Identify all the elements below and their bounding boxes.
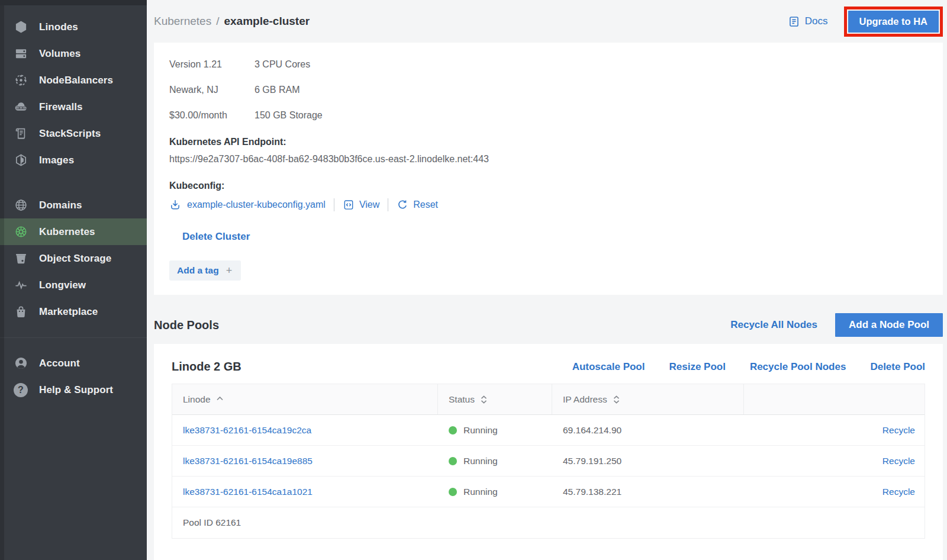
- sidebar-item-nodebalancers[interactable]: NodeBalancers: [0, 67, 147, 94]
- sidebar-item-domains[interactable]: Domains: [0, 192, 147, 218]
- pool-actions: Autoscale Pool Resize Pool Recycle Pool …: [572, 361, 925, 373]
- sidebar-divider: [0, 337, 147, 338]
- reset-label: Reset: [413, 199, 438, 210]
- node-link[interactable]: lke38731-62161-6154ca19e885: [172, 456, 438, 466]
- spec-price: $30.00/month: [169, 108, 255, 122]
- add-node-pool-button[interactable]: Add a Node Pool: [835, 313, 943, 337]
- reset-kubeconfig-action[interactable]: Reset: [397, 199, 438, 211]
- sidebar-item-label: Domains: [39, 199, 82, 211]
- view-kubeconfig-action[interactable]: View: [343, 199, 379, 211]
- recycle-node-link[interactable]: Recycle: [744, 456, 925, 466]
- column-header-ip-address[interactable]: IP Address: [552, 384, 744, 414]
- node-ip: 45.79.191.250: [552, 456, 744, 466]
- spec-storage: 150 GB Storage: [255, 108, 927, 122]
- sidebar-item-volumes[interactable]: Volumes: [0, 40, 147, 67]
- add-tag-button[interactable]: Add a tag +: [169, 260, 241, 281]
- volumes-icon: [14, 47, 28, 61]
- add-tag-label: Add a tag: [177, 265, 219, 276]
- sidebar-item-linodes[interactable]: Linodes: [0, 14, 147, 40]
- resize-pool-link[interactable]: Resize Pool: [669, 361, 725, 373]
- sidebar-item-label: Linodes: [39, 21, 78, 33]
- upgrade-to-ha-button[interactable]: Upgrade to HA: [848, 11, 939, 33]
- sort-asc-icon: [216, 395, 224, 404]
- delete-cluster-button[interactable]: Delete Cluster: [182, 231, 250, 243]
- sidebar-section-gap: [0, 173, 147, 192]
- sidebar-item-label: Marketplace: [39, 306, 98, 318]
- download-icon[interactable]: [169, 199, 181, 211]
- docs-label: Docs: [805, 15, 828, 27]
- cluster-specs: Version 1.21 3 CPU Cores Newark, NJ 6 GB…: [169, 57, 927, 122]
- node-link[interactable]: lke38731-62161-6154ca19c2ca: [172, 425, 438, 436]
- sidebar-item-label: Kubernetes: [39, 226, 95, 238]
- divider-pipe: [388, 198, 388, 211]
- pool-name: Linode 2 GB: [172, 360, 241, 374]
- linodes-icon: [14, 20, 28, 34]
- header-actions: Docs Upgrade to HA: [788, 7, 943, 37]
- sidebar-item-kubernetes[interactable]: Kubernetes: [0, 218, 147, 245]
- recycle-pool-nodes-link[interactable]: Recycle Pool Nodes: [750, 361, 846, 373]
- images-icon: [14, 153, 28, 168]
- recycle-node-link[interactable]: Recycle: [744, 425, 925, 436]
- node-ip: 69.164.214.90: [552, 425, 744, 436]
- nodes-table-header: Linode Status IP Address: [172, 384, 925, 415]
- marketplace-icon: [14, 305, 28, 319]
- column-header-linode[interactable]: Linode: [172, 384, 438, 414]
- sidebar-item-label: StackScripts: [39, 128, 101, 140]
- sidebar: Linodes Volumes NodeBalancers Firewalls: [0, 0, 147, 560]
- annotation-highlight-box: Upgrade to HA: [844, 7, 943, 37]
- autoscale-pool-link[interactable]: Autoscale Pool: [572, 361, 645, 373]
- sidebar-item-marketplace[interactable]: Marketplace: [0, 298, 147, 325]
- sidebar-item-account[interactable]: Account: [0, 350, 147, 376]
- column-label: Linode: [183, 394, 211, 405]
- help-icon: ?: [14, 383, 28, 397]
- node-link[interactable]: lke38731-62161-6154ca1a1021: [172, 487, 438, 497]
- node-pool-card: Linode 2 GB Autoscale Pool Resize Pool R…: [154, 344, 943, 560]
- pool-header: Linode 2 GB Autoscale Pool Resize Pool R…: [172, 360, 925, 374]
- node-ip: 45.79.138.221: [552, 487, 744, 497]
- domains-icon: [14, 198, 28, 213]
- sidebar-item-firewalls[interactable]: Firewalls: [0, 94, 147, 120]
- node-status: Running: [438, 487, 552, 497]
- main-content: Kubernetes / example-cluster Docs Upgrad…: [147, 0, 947, 560]
- spec-cpu: 3 CPU Cores: [255, 57, 927, 71]
- status-running-dot: [449, 457, 457, 465]
- pool-id-label: Pool ID 62161: [172, 517, 438, 528]
- help-glyph: ?: [18, 385, 24, 395]
- breadcrumb-separator: /: [216, 15, 219, 28]
- node-status: Running: [438, 425, 552, 436]
- kubeconfig-actions-row: example-cluster-kubeconfig.yaml View Res…: [169, 198, 927, 212]
- column-label: Status: [449, 394, 475, 405]
- recycle-node-link[interactable]: Recycle: [744, 487, 925, 497]
- sidebar-item-label: Firewalls: [39, 101, 83, 113]
- node-pools-title: Node Pools: [154, 318, 219, 332]
- delete-pool-link[interactable]: Delete Pool: [870, 361, 925, 373]
- table-row: lke38731-62161-6154ca1a1021 Running 45.7…: [172, 477, 925, 507]
- kubernetes-icon: [14, 225, 28, 239]
- view-label: View: [359, 199, 379, 210]
- status-label: Running: [463, 456, 498, 466]
- sidebar-item-label: Help & Support: [39, 384, 113, 396]
- sidebar-item-help-support[interactable]: ? Help & Support: [0, 376, 147, 403]
- docs-link[interactable]: Docs: [788, 15, 828, 28]
- breadcrumb-kubernetes-link[interactable]: Kubernetes: [154, 15, 211, 28]
- sidebar-item-stackscripts[interactable]: StackScripts: [0, 120, 147, 147]
- breadcrumb-current-cluster: example-cluster: [224, 15, 310, 28]
- reset-icon: [397, 199, 408, 211]
- sidebar-item-images[interactable]: Images: [0, 147, 147, 173]
- sidebar-item-label: Account: [39, 358, 80, 369]
- firewalls-icon: [14, 100, 28, 114]
- recycle-all-nodes-link[interactable]: Recycle All Nodes: [730, 319, 817, 331]
- account-icon: [14, 356, 28, 371]
- api-endpoint-label: Kubernetes API Endpoint:: [169, 135, 927, 149]
- sort-both-icon: [480, 395, 488, 404]
- kubeconfig-file-link[interactable]: example-cluster-kubeconfig.yaml: [187, 199, 326, 210]
- kubeconfig-label: Kubeconfig:: [169, 179, 927, 192]
- sidebar-item-label: Object Storage: [39, 253, 111, 265]
- sidebar-item-object-storage[interactable]: Object Storage: [0, 245, 147, 272]
- sidebar-item-label: Volumes: [39, 48, 80, 60]
- longview-icon: [14, 278, 28, 292]
- sidebar-item-longview[interactable]: Longview: [0, 272, 147, 298]
- table-row: lke38731-62161-6154ca19e885 Running 45.7…: [172, 446, 925, 477]
- column-header-actions: [744, 384, 925, 414]
- column-header-status[interactable]: Status: [438, 384, 552, 414]
